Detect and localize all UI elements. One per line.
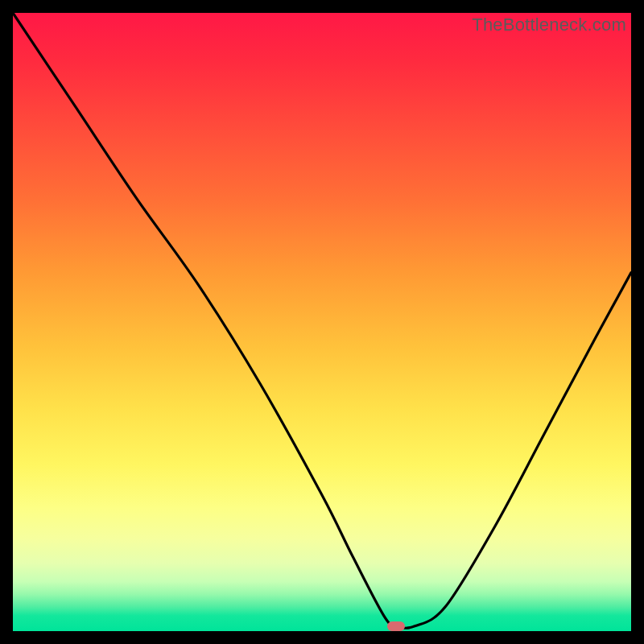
chart-frame: TheBottleneck.com: [0, 0, 644, 644]
plot-area: TheBottleneck.com: [13, 13, 631, 631]
optimal-point-marker: [387, 621, 405, 631]
bottleneck-curve: [13, 13, 631, 631]
